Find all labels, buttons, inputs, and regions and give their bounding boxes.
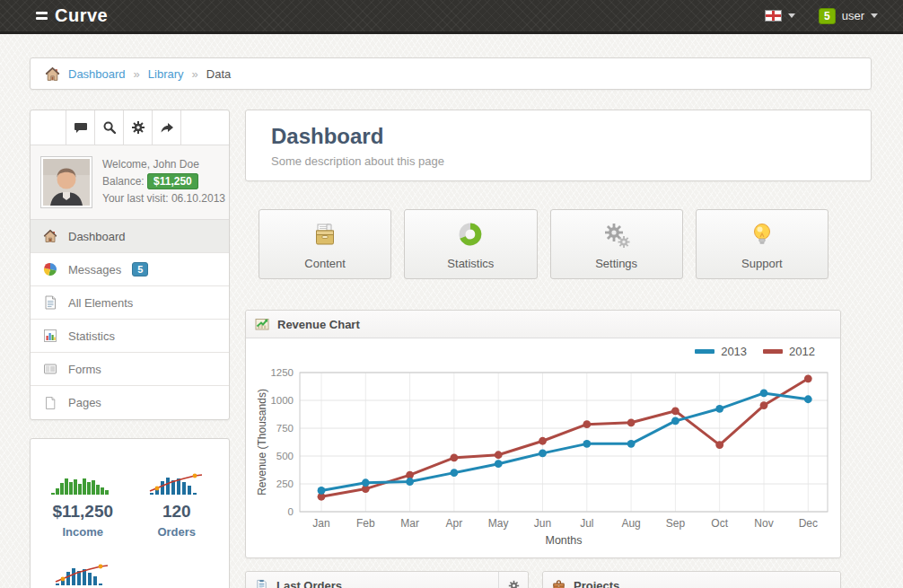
svg-text:Dec: Dec — [799, 517, 818, 530]
revenue-chart-icon — [255, 317, 269, 331]
menu-label: Forms — [68, 363, 101, 376]
stat-income: $11,250 Income — [36, 471, 130, 539]
sidebar-menu: Dashboard Messages 5 All Elements Statis… — [31, 220, 229, 419]
page-header-panel: Dashboard Some description about this pa… — [245, 110, 872, 181]
svg-text:1250: 1250 — [270, 367, 294, 378]
breadcrumb-current: Data — [206, 67, 231, 81]
legend-entry-2012: 2012 — [763, 345, 815, 358]
svg-text:Revenue (Thousands): Revenue (Thousands) — [256, 389, 268, 496]
bar-chart-icon — [43, 329, 57, 343]
search-icon — [102, 120, 117, 135]
breadcrumb-link-dashboard[interactable]: Dashboard — [68, 67, 126, 81]
notification-badge: 5 — [819, 8, 836, 24]
england-flag-icon — [765, 10, 782, 22]
svg-text:Months: Months — [546, 534, 583, 547]
chart-legend: 2013 2012 — [255, 340, 831, 362]
sidebar-tab-spacer — [181, 110, 229, 145]
page-description: Some description about this page — [271, 154, 846, 168]
legend-swatch-2012 — [763, 349, 783, 354]
last-orders-title: Last Orders — [276, 579, 342, 588]
menu-label: Messages — [68, 263, 121, 276]
income-sparkline-icon — [50, 471, 115, 496]
share-tab[interactable] — [153, 110, 181, 145]
settings-button[interactable]: Settings — [550, 209, 683, 279]
search-tab[interactable] — [95, 110, 124, 145]
sidebar: Welcome, John Doe Balance: $11,250 Your … — [30, 110, 230, 588]
avatar — [40, 156, 92, 208]
svg-text:Apr: Apr — [446, 517, 463, 530]
sidebar-stats-widget: $11,250 Income 120 Orders 30 Files — [30, 438, 230, 588]
sidebar-item-pages[interactable]: Pages — [31, 386, 229, 419]
menu-label: Statistics — [68, 329, 115, 343]
user-dropdown[interactable]: 5 user — [819, 8, 878, 24]
chat-tab[interactable] — [66, 110, 95, 145]
sidebar-item-statistics[interactable]: Statistics — [31, 320, 229, 353]
last-orders-panel: Last Orders — [245, 571, 529, 588]
stat-label: Income — [36, 525, 130, 539]
svg-text:0: 0 — [288, 506, 294, 517]
home-icon[interactable] — [45, 66, 60, 82]
main-content: Dashboard Some description about this pa… — [245, 110, 872, 588]
svg-text:Mar: Mar — [400, 517, 419, 530]
stat-value: 120 — [130, 502, 224, 522]
pie-chart-icon — [43, 262, 57, 276]
settings-tab[interactable] — [124, 110, 153, 145]
sidebar-item-messages[interactable]: Messages 5 — [31, 253, 229, 286]
shortcut-buttons: Content Statistics Settings Support — [259, 209, 828, 279]
messages-count-badge: 5 — [132, 262, 148, 276]
document-icon — [43, 295, 57, 310]
briefcase-icon — [552, 579, 565, 588]
sidebar-item-all-elements[interactable]: All Elements — [31, 286, 229, 320]
shortcut-label: Settings — [551, 257, 682, 270]
svg-text:Nov: Nov — [754, 517, 773, 530]
svg-text:1000: 1000 — [270, 395, 294, 406]
projects-panel: Projects — [542, 571, 841, 588]
stat-label: Orders — [130, 525, 224, 539]
shortcut-label: Content — [259, 257, 390, 270]
statistics-button[interactable]: Statistics — [404, 209, 537, 279]
stat-files: 30 Files — [36, 562, 130, 588]
breadcrumb: Dashboard » Library » Data — [30, 57, 872, 90]
card-box-icon — [311, 221, 339, 250]
svg-text:500: 500 — [276, 451, 294, 461]
svg-text:Jan: Jan — [312, 517, 329, 530]
top-navbar: Curve 5 user — [0, 0, 903, 34]
files-sparkline-icon — [54, 562, 111, 586]
menu-toggle-icon[interactable] — [36, 9, 48, 22]
gear-icon — [131, 120, 145, 135]
content-button[interactable]: Content — [259, 209, 391, 279]
menu-label: All Elements — [68, 296, 133, 310]
lightbulb-icon — [748, 221, 776, 250]
panel-settings-button[interactable] — [498, 572, 528, 588]
donut-chart-icon — [456, 221, 485, 250]
app-logo[interactable]: Curve — [36, 5, 108, 26]
page-icon — [43, 396, 57, 410]
chat-icon — [74, 120, 88, 135]
revenue-chart-header: Revenue Chart — [246, 311, 840, 338]
svg-text:Jun: Jun — [534, 517, 551, 530]
welcome-text: Welcome, John Doe — [102, 156, 225, 173]
breadcrumb-link-library[interactable]: Library — [148, 67, 184, 81]
stat-orders: 120 Orders — [130, 471, 224, 539]
legend-label: 2012 — [789, 345, 815, 358]
app-logo-label: Curve — [55, 5, 108, 26]
shortcut-label: Statistics — [405, 257, 536, 270]
breadcrumb-separator: » — [192, 67, 198, 81]
balance-badge: $11,250 — [147, 173, 198, 189]
support-button[interactable]: Support — [696, 209, 828, 279]
language-dropdown[interactable] — [765, 10, 795, 22]
home-icon — [43, 229, 57, 243]
revenue-chart-panel: Revenue Chart 2013 2012 0250500750100012 — [245, 310, 841, 558]
legend-label: 2013 — [721, 345, 747, 358]
svg-text:Aug: Aug — [621, 517, 640, 530]
sidebar-item-dashboard[interactable]: Dashboard — [31, 220, 229, 253]
gears-icon — [601, 220, 632, 250]
balance-label: Balance: — [102, 175, 145, 188]
user-profile: Welcome, John Doe Balance: $11,250 Your … — [31, 145, 229, 220]
menu-label: Pages — [68, 396, 101, 409]
sidebar-item-forms[interactable]: Forms — [31, 353, 229, 386]
page-title: Dashboard — [271, 124, 846, 149]
sidebar-widget: Welcome, John Doe Balance: $11,250 Your … — [30, 110, 230, 420]
svg-text:May: May — [488, 517, 509, 530]
orders-list-icon — [255, 579, 268, 588]
